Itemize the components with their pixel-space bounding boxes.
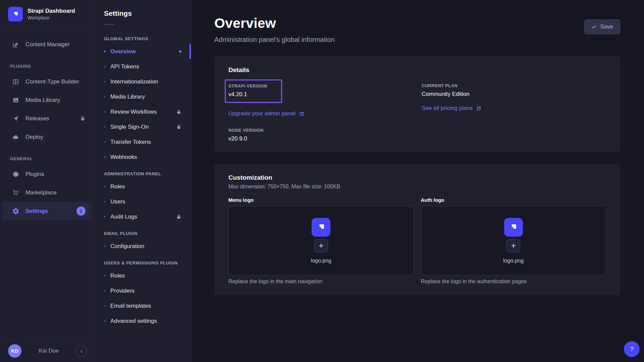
subnav-item-label: Users: [110, 198, 181, 205]
avatar[interactable]: KD: [8, 344, 21, 358]
upgrade-admin-panel-link[interactable]: Upgrade your admin panel: [228, 110, 305, 117]
lock-icon: [80, 116, 86, 121]
customization-card: Customization Max dimension: 750×750, Ma…: [214, 164, 620, 295]
auth-logo-upload-box[interactable]: + logo.png: [421, 206, 606, 275]
lock-icon: [176, 214, 181, 220]
auth-logo-label: Auth logo: [421, 197, 606, 203]
main-content: Overview Administration panel's global i…: [191, 0, 644, 362]
subnav-item-configuration[interactable]: Configuration: [94, 239, 191, 254]
workplace-switcher[interactable]: Strapi Dashboard Workplace: [0, 0, 94, 29]
subnav-item-users[interactable]: Users: [94, 194, 191, 209]
cloud-icon: [12, 133, 19, 141]
strapi-version-label: STRAPI VERSION: [228, 83, 267, 88]
pricing-plans-link[interactable]: See all pricing plans: [422, 105, 482, 112]
strapi-logo-icon: [312, 218, 330, 237]
strapi-version-value: v4.20.1: [228, 91, 267, 98]
bullet-icon: [104, 51, 106, 52]
subnav-item-overview[interactable]: Overview: [94, 44, 191, 59]
external-link-icon: [476, 106, 482, 111]
subnav-item-email-templates[interactable]: Email templates: [94, 298, 191, 313]
current-plan-value: Community Edition: [422, 91, 606, 98]
subnav-item-webhooks[interactable]: Webhooks: [94, 149, 191, 165]
bullet-icon: [104, 111, 106, 113]
subnav-group-email-plugin: EMAIL PLUGIN: [94, 231, 191, 236]
subnav-group-administration-panel: ADMINISTRATION PANEL: [94, 171, 191, 176]
subnav-item-label: API Tokens: [110, 63, 181, 70]
subnav-item-review-workflows[interactable]: Review Workflows: [94, 104, 191, 119]
bullet-icon: [104, 141, 106, 143]
check-icon: [591, 24, 597, 29]
sidebar-item-label: Plugins: [25, 171, 86, 178]
strapi-logo-icon: [504, 218, 523, 237]
node-version-value: v20.9.0: [228, 135, 422, 142]
save-button[interactable]: Save: [584, 19, 620, 34]
auth-logo-field: Auth logo + logo.png Replace the logo in…: [421, 197, 606, 285]
subnav-item-api-tokens[interactable]: API Tokens: [94, 59, 191, 74]
bullet-icon: [104, 186, 106, 187]
subnav-group-users-permissions-plugin: USERS & PERMISSIONS PLUGIN: [94, 260, 191, 265]
sidebar-item-plugins[interactable]: Plugins: [2, 165, 92, 183]
workplace-subtitle: Workplace: [28, 15, 75, 21]
menu-logo-field: Menu logo + logo.png Replace the logo in…: [228, 197, 414, 285]
paper-plane-icon: [12, 115, 19, 122]
subnav-item-label: Email templates: [110, 303, 181, 309]
subnav-item-single-sign-on[interactable]: Single Sign-On: [94, 119, 191, 134]
bullet-icon: [104, 275, 106, 277]
node-version-label: NODE VERSION: [228, 128, 422, 133]
bullet-icon: [104, 320, 106, 322]
subnav-item-media-library[interactable]: Media Library: [94, 89, 191, 104]
bullet-icon: [104, 126, 106, 128]
subnav-title-divider: [104, 24, 114, 25]
sidebar-item-marketplace[interactable]: Marketplace: [2, 183, 92, 202]
save-button-label: Save: [600, 23, 613, 30]
sidebar-item-label: Settings: [25, 208, 70, 215]
chevron-left-icon: ‹: [80, 348, 83, 354]
gear-icon: [12, 207, 19, 215]
current-plan-label: CURRENT PLAN: [422, 83, 606, 88]
sidebar-item-deploy[interactable]: Deploy: [2, 128, 92, 146]
sidebar-item-label: Content-Type Builder: [25, 78, 86, 85]
help-button[interactable]: ?: [624, 341, 640, 357]
page-header: Overview Administration panel's global i…: [214, 0, 620, 44]
subnav-item-label: Roles: [110, 273, 181, 279]
sidebar-item-label: Media Library: [25, 97, 86, 104]
bullet-icon: [104, 201, 106, 202]
subnav-item-roles-admin[interactable]: Roles: [94, 179, 191, 194]
subnav-group-list: Overview API Tokens Internationalization…: [94, 44, 191, 165]
subnav-item-providers[interactable]: Providers: [94, 283, 191, 298]
settings-subnav: Settings GLOBAL SETTINGS Overview API To…: [94, 0, 191, 362]
puzzle-icon: [12, 171, 19, 178]
details-grid: STRAPI VERSION v4.20.1 Upgrade your admi…: [228, 78, 606, 142]
plus-icon: +: [511, 242, 516, 250]
bullet-icon: [104, 156, 106, 158]
sidebar-item-settings[interactable]: Settings 1: [2, 202, 92, 220]
menu-logo-upload-box[interactable]: + logo.png: [228, 206, 414, 275]
subnav-item-label: Transfer Tokens: [110, 139, 181, 145]
subnav-group-global-settings: GLOBAL SETTINGS: [94, 36, 191, 41]
main-sidebar: Strapi Dashboard Workplace Content Manag…: [0, 0, 94, 362]
sidebar-item-media-library[interactable]: Media Library: [2, 91, 92, 109]
subnav-item-label: Single Sign-On: [110, 124, 176, 130]
subnav-item-audit-logs[interactable]: Audit Logs: [94, 209, 191, 224]
sidebar-section-plugins: PLUGINS: [0, 63, 94, 69]
sidebar-item-content-manager[interactable]: Content Manager: [2, 35, 92, 54]
user-name: Kai Doe: [27, 348, 71, 354]
logo-columns: Menu logo + logo.png Replace the logo in…: [228, 197, 606, 285]
plus-icon: +: [319, 242, 323, 250]
sidebar-item-releases[interactable]: Releases: [2, 109, 92, 128]
subnav-item-roles-up[interactable]: Roles: [94, 268, 191, 283]
add-menu-logo-button[interactable]: +: [314, 239, 328, 252]
subnav-item-internationalization[interactable]: Internationalization: [94, 74, 191, 89]
strapi-version-highlight: STRAPI VERSION v4.20.1: [225, 79, 282, 103]
sidebar-item-content-type-builder[interactable]: Content-Type Builder: [2, 72, 92, 91]
sidebar-section-general: GENERAL: [0, 156, 94, 162]
workplace-title: Strapi Dashboard: [28, 7, 75, 14]
add-auth-logo-button[interactable]: +: [506, 239, 520, 252]
sidebar-collapse-button[interactable]: ‹: [76, 346, 87, 356]
subnav-item-label: Media Library: [110, 94, 181, 100]
subnav-item-transfer-tokens[interactable]: Transfer Tokens: [94, 134, 191, 149]
cart-icon: [12, 189, 19, 196]
subnav-item-advanced-settings[interactable]: Advanced settings: [94, 313, 191, 328]
subnav-item-label: Overview: [110, 48, 179, 55]
pricing-link-label: See all pricing plans: [422, 105, 473, 112]
